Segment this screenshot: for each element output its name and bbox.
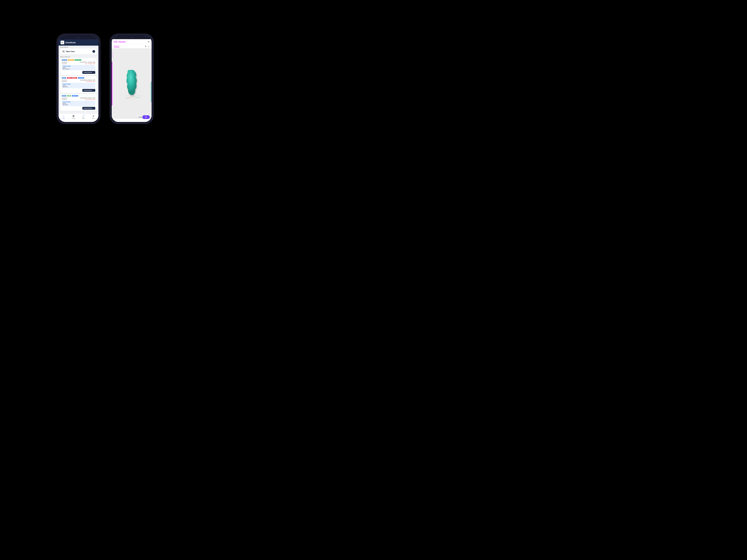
bottom-nav: ⌂ Home ⊞ Cases 📄 Bills ≡ More <box>59 113 98 119</box>
clearfix-2: CASE DETAILS <box>62 89 95 92</box>
fv-bottom-bar: Up <box>112 118 152 122</box>
case-details-btn-3[interactable]: CASE DETAILS <box>82 107 95 110</box>
nav-home-label: Home <box>62 118 65 119</box>
case-badges-2: SD18 VERY_URGENT Ordered <box>62 77 95 79</box>
close-icon[interactable]: ✕ <box>148 41 150 43</box>
badge-id-3: SD42 <box>62 95 67 97</box>
patient-name-2: Name: <box>63 85 94 86</box>
badge-priority-1: MEDIUM <box>68 59 74 61</box>
3d-tooth-model <box>121 67 143 100</box>
new-case-button[interactable]: ⊞ New Case → <box>60 49 97 54</box>
fv-header: File Viewer ✕ <box>112 39 152 45</box>
badge-priority-3: LOW <box>67 95 71 97</box>
patient-section-2: Patient Details Name: Job: PFM <box>62 83 95 88</box>
due-label-3: Due Date: <box>62 99 67 100</box>
patient-title-2: Patient Details <box>63 83 94 85</box>
case-row-due-1: Due Date: Sun, 14th Apr, 2024 <box>62 63 95 64</box>
left-phone: DN DentNode Quick Actions ⊞ New Case <box>57 34 100 124</box>
side-label-3: Nu <box>112 55 113 56</box>
case-card-2: SD18 VERY_URGENT Ordered Created At: 05:… <box>60 76 97 93</box>
home-icon: ⌂ <box>63 115 64 117</box>
svg-line-2 <box>133 97 139 98</box>
badge-id-1: ZR307 <box>62 59 67 61</box>
new-case-icon: ⊞ <box>62 50 65 53</box>
arrow-icon: → <box>93 50 95 53</box>
nav-cases[interactable]: ⊞ Cases <box>69 115 79 119</box>
side-label-4: Ca <box>112 56 113 58</box>
nav-home[interactable]: ⌂ Home <box>59 115 69 119</box>
badge-id-2: SD18 <box>62 77 67 79</box>
new-case-text: New Case <box>66 50 75 52</box>
created-value-1: 12:22 AM Thu, 11th Apr, 2024 <box>80 61 95 63</box>
case-card-3: SD42 LOW Ordered Created At: 05:30 AM Mo… <box>60 94 97 111</box>
camera-bar-left <box>59 36 98 39</box>
bills-icon: 📄 <box>82 115 85 117</box>
created-label-3: Created At: <box>62 98 68 99</box>
badge-status-2: Ordered <box>78 77 84 79</box>
app-content[interactable]: Quick Actions ⊞ New Case → Active Cases … <box>59 46 98 113</box>
file-viewer: File Viewer ✕ Preview ⬇ ⤢ <box>112 39 152 122</box>
nav-cases-label: Cases <box>72 118 75 119</box>
camera-right <box>131 37 132 38</box>
badge-status-3: Ordered <box>72 95 78 97</box>
patient-name-3: Name: <box>63 103 94 104</box>
patient-job-1: Job: Zirconia <box>63 69 94 70</box>
ok-button[interactable]: OK <box>143 115 150 119</box>
cases-icon: ⊞ <box>73 115 75 117</box>
badge-priority-2: VERY_URGENT <box>67 77 77 79</box>
patient-title-1: Patient Details <box>63 65 94 67</box>
case-badges-3: SD42 LOW Ordered <box>62 95 95 97</box>
patient-job-3: Job: PFM <box>63 104 94 105</box>
due-value-1: Sun, 14th Apr, 2024 <box>85 63 95 64</box>
due-label-2: Due Date: <box>62 81 67 82</box>
patient-section-3: Patient Details Name: Job: PFM <box>62 101 95 106</box>
side-label-2: An <box>112 53 113 54</box>
patient-job-2: Job: PFM <box>63 86 94 87</box>
download-icon[interactable]: ⬇ <box>145 45 147 48</box>
clearfix-1: CASE DETAILS <box>62 71 95 74</box>
due-label-1: Due Date: <box>62 63 67 64</box>
patient-title-3: Patient Details <box>63 101 94 103</box>
due-value-2: Tue, 9th Apr, 2024 <box>86 81 95 82</box>
clearfix-3: CASE DETAILS <box>62 107 95 110</box>
fv-tabs: Preview ⬇ ⤢ <box>112 45 152 49</box>
created-value-3: 05:30 AM Mon, 8th Apr, 2024 <box>80 98 95 99</box>
case-row-created-1: Created At: 12:22 AM Thu, 11th Apr, 2024 <box>62 61 95 63</box>
created-value-2: 05:30 AM Mon, 8th Apr, 2024 <box>80 79 95 81</box>
case-row-created-2: Created At: 05:30 AM Mon, 8th Apr, 2024 <box>62 79 95 81</box>
case-row-due-3: Due Date: Mon, 8th Apr, 2024 <box>62 99 95 100</box>
created-label-2: Created At: <box>62 79 68 81</box>
due-value-3: Mon, 8th Apr, 2024 <box>85 99 95 100</box>
created-label-1: Created At: <box>62 61 68 63</box>
nav-bills[interactable]: 📄 Bills <box>79 115 88 119</box>
case-card-1: ZR307 MEDIUM Delivered Created At: 12:22… <box>60 58 97 75</box>
nav-more[interactable]: ≡ More <box>88 115 98 119</box>
expand-icon[interactable]: ⤢ <box>148 45 150 48</box>
badge-status-1: Delivered <box>75 59 81 61</box>
tab-preview[interactable]: Preview <box>114 45 119 48</box>
camera-left <box>78 37 79 38</box>
bottom-text: Up <box>113 120 115 121</box>
side-label-1: Jo <box>112 52 113 53</box>
patient-section-1: Patient Details Name: Job: Zirconia <box>62 65 95 70</box>
more-icon: ≡ <box>93 115 94 117</box>
case-row-created-3: Created At: 05:30 AM Mon, 8th Apr, 2024 <box>62 98 95 99</box>
fv-title: File Viewer <box>114 41 126 43</box>
right-phone: File Viewer ✕ Preview ⬇ ⤢ <box>110 34 153 124</box>
nav-more-label: More <box>92 118 95 119</box>
case-details-btn-1[interactable]: CASE DETAILS <box>82 71 95 74</box>
app-logo: DN <box>60 41 64 44</box>
right-sidebar-bar <box>151 82 152 102</box>
quick-actions-label: Quick Actions <box>59 46 98 49</box>
tooth-svg <box>121 67 143 100</box>
case-details-btn-2[interactable]: CASE DETAILS <box>82 89 95 92</box>
fv-side-labels: Jo An Nu Ca <box>112 49 113 118</box>
app-title: DentNode <box>66 41 76 44</box>
right-phone-screen: File Viewer ✕ Preview ⬇ ⤢ <box>112 36 152 122</box>
new-case-left: ⊞ New Case <box>62 50 75 53</box>
case-badges-1: ZR307 MEDIUM Delivered <box>62 59 95 61</box>
app-header: DN DentNode <box>59 39 98 46</box>
app-content-inner: Quick Actions ⊞ New Case → Active Cases … <box>59 46 98 113</box>
scene: DN DentNode Quick Actions ⊞ New Case <box>0 0 210 158</box>
fv-actions: ⬇ ⤢ <box>145 45 150 48</box>
